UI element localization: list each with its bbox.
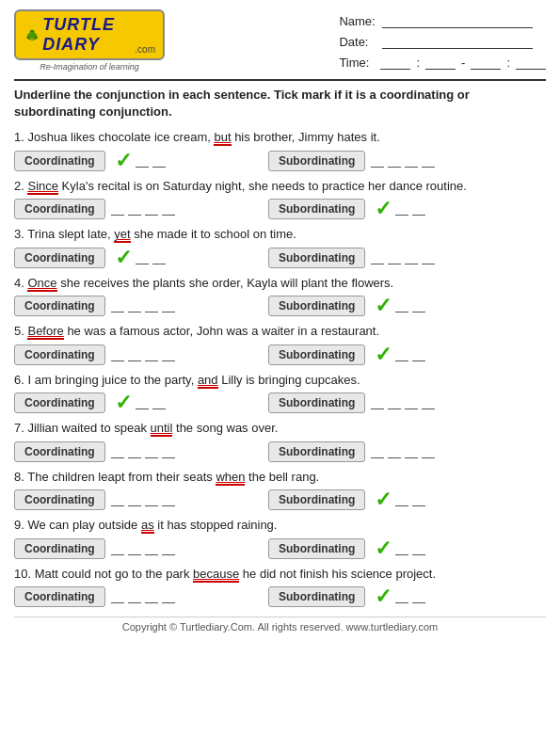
subordinating-button-3[interactable]: Subordinating — [268, 248, 365, 268]
sub-section-7: Subordinating — [268, 441, 546, 462]
sub-checkmark-9: ✓ — [375, 538, 392, 559]
coordinating-button-2[interactable]: Coordinating — [14, 199, 105, 219]
sub-dash — [395, 299, 408, 312]
coord-dash — [162, 348, 175, 361]
time-seg2 — [425, 55, 456, 70]
svg-point-8 — [33, 31, 34, 32]
coord-dash — [111, 542, 124, 555]
answer-row-1: Coordinating✓Subordinating — [14, 151, 546, 171]
sub-dash — [388, 154, 401, 168]
coord-section-8: Coordinating — [14, 489, 259, 510]
coord-dash — [152, 251, 166, 264]
question-1: 1. Joshua likes chocolate ice cream, but… — [14, 128, 546, 171]
subordinating-button-5[interactable]: Subordinating — [268, 344, 365, 365]
subordinating-button-7[interactable]: Subordinating — [268, 441, 365, 462]
question-3: 3. Trina slept late, yet she made it to … — [14, 225, 546, 268]
svg-point-7 — [30, 31, 31, 32]
sub-dash — [405, 251, 418, 264]
sub-section-5: Subordinating✓ — [268, 344, 546, 365]
question-6: 6. I am bringing juice to the party, and… — [14, 371, 546, 414]
subordinating-button-2[interactable]: Subordinating — [268, 199, 365, 219]
sub-dashes-4: ✓ — [371, 296, 425, 316]
sub-dash — [412, 299, 425, 312]
coordinating-button-4[interactable]: Coordinating — [14, 296, 105, 316]
coord-dash — [145, 299, 158, 312]
question-2: 2. Since Kyla's recital is on Saturday n… — [14, 177, 546, 220]
coordinating-button-5[interactable]: Coordinating — [14, 344, 105, 365]
coord-checkmark-1: ✓ — [115, 151, 132, 171]
coordinating-button-7[interactable]: Coordinating — [14, 441, 105, 462]
question-text-6: 6. I am bringing juice to the party, and… — [14, 371, 546, 390]
coord-dash — [128, 299, 141, 312]
question-text-2: 2. Since Kyla's recital is on Saturday n… — [14, 177, 546, 196]
coord-dash — [111, 445, 124, 458]
questions-container: 1. Joshua likes chocolate ice cream, but… — [14, 128, 546, 607]
header-divider — [14, 79, 546, 81]
coord-dash — [136, 154, 149, 168]
sub-dash — [412, 590, 425, 603]
coord-dash — [162, 590, 175, 603]
coord-dash — [128, 202, 141, 216]
sub-dash — [371, 396, 384, 409]
subordinating-button-10[interactable]: Subordinating — [268, 586, 365, 607]
coordinating-button-3[interactable]: Coordinating — [14, 248, 105, 268]
coord-dash — [145, 493, 158, 506]
coord-dash — [111, 493, 124, 506]
coord-section-4: Coordinating — [14, 296, 259, 316]
coord-dash — [145, 348, 158, 361]
question-5: 5. Before he was a famous actor, John wa… — [14, 322, 546, 365]
sub-section-6: Subordinating — [268, 393, 546, 413]
coord-dashes-7 — [111, 445, 175, 458]
sub-dash — [412, 348, 425, 361]
coordinating-button-8[interactable]: Coordinating — [14, 489, 105, 510]
coord-section-5: Coordinating — [14, 344, 259, 365]
coord-section-2: Coordinating — [14, 199, 259, 219]
sub-dash — [395, 202, 408, 216]
coord-dashes-1: ✓ — [111, 151, 166, 171]
sub-dashes-1 — [371, 154, 435, 168]
date-label: Date: — [339, 35, 376, 49]
question-text-9: 9. We can play outside as it has stopped… — [14, 516, 546, 535]
coord-dash — [152, 154, 166, 168]
coord-dash — [162, 299, 175, 312]
coordinating-button-10[interactable]: Coordinating — [14, 586, 105, 607]
coord-dash — [136, 396, 149, 409]
subordinating-button-1[interactable]: Subordinating — [268, 151, 365, 171]
answer-row-7: CoordinatingSubordinating — [14, 441, 546, 462]
sub-dash — [422, 154, 435, 168]
answer-row-5: CoordinatingSubordinating✓ — [14, 344, 546, 365]
logo-tagline: Re-Imagination of learning — [40, 62, 139, 72]
sub-dash — [388, 396, 401, 409]
coordinating-button-6[interactable]: Coordinating — [14, 393, 105, 413]
sub-section-1: Subordinating — [268, 151, 546, 171]
sub-dashes-8: ✓ — [371, 489, 425, 510]
coord-section-9: Coordinating — [14, 538, 259, 559]
sub-dash — [405, 154, 418, 168]
subordinating-button-6[interactable]: Subordinating — [268, 393, 365, 413]
sub-checkmark-10: ✓ — [375, 586, 392, 607]
name-fields: Name: Date: Time: : - : — [339, 13, 546, 70]
subordinating-button-8[interactable]: Subordinating — [268, 489, 365, 510]
sub-dashes-2: ✓ — [371, 199, 425, 219]
sub-section-8: Subordinating✓ — [268, 489, 546, 510]
sub-dash — [388, 445, 401, 458]
answer-row-10: CoordinatingSubordinating✓ — [14, 586, 546, 607]
logo-com: .com — [135, 44, 155, 55]
coordinating-button-1[interactable]: Coordinating — [14, 151, 105, 171]
coord-dashes-2 — [111, 202, 175, 216]
question-4: 4. Once she receives the plants she orde… — [14, 274, 546, 317]
sub-dash — [422, 396, 435, 409]
sub-dash — [405, 445, 418, 458]
name-label: Name: — [339, 14, 376, 28]
svg-point-6 — [31, 40, 33, 40]
coord-checkmark-3: ✓ — [115, 248, 132, 268]
subordinating-button-9[interactable]: Subordinating — [268, 538, 365, 559]
coord-section-1: Coordinating✓ — [14, 151, 259, 171]
sub-section-3: Subordinating — [268, 248, 546, 268]
question-text-4: 4. Once she receives the plants she orde… — [14, 274, 546, 293]
question-text-10: 10. Matt could not go to the park becaus… — [14, 565, 546, 584]
date-field: Date: — [339, 34, 546, 49]
name-line — [382, 13, 533, 28]
subordinating-button-4[interactable]: Subordinating — [268, 296, 365, 316]
coordinating-button-9[interactable]: Coordinating — [14, 538, 105, 559]
